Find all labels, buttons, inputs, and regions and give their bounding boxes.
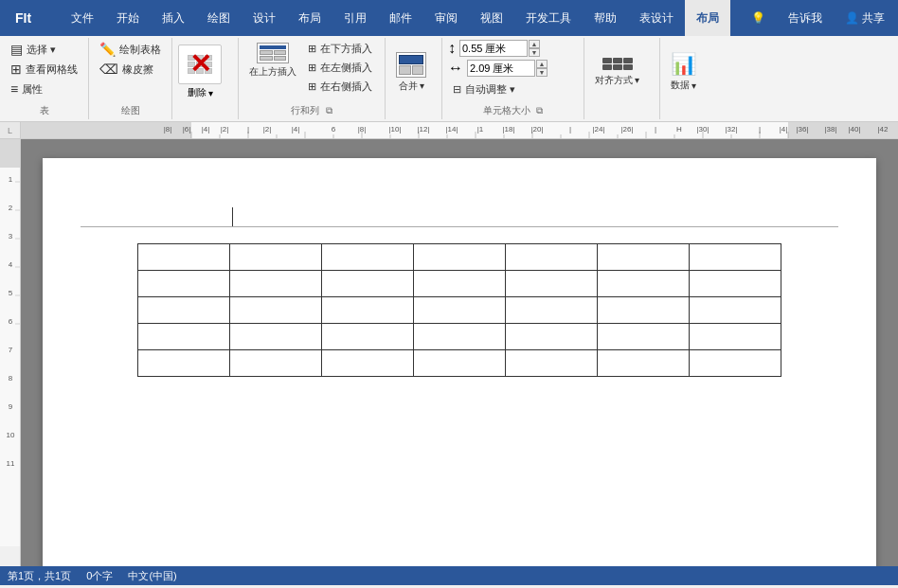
lightbulb-icon[interactable]: 💡 bbox=[745, 9, 771, 27]
height-decrement-button[interactable]: ▼ bbox=[529, 48, 540, 57]
svg-text:11: 11 bbox=[7, 459, 15, 468]
table-cell[interactable] bbox=[322, 297, 414, 324]
table-cell[interactable] bbox=[138, 297, 230, 324]
tab-insert[interactable]: 插入 bbox=[151, 0, 196, 36]
width-decrement-button[interactable]: ▼ bbox=[536, 68, 548, 77]
svg-text:|20|: |20| bbox=[530, 125, 543, 134]
table-cell[interactable] bbox=[414, 244, 506, 271]
svg-text:|1: |1 bbox=[477, 125, 484, 134]
table-cell[interactable] bbox=[598, 244, 690, 271]
table-cell[interactable] bbox=[598, 350, 690, 377]
table-cell[interactable] bbox=[690, 297, 781, 324]
view-gridlines-button[interactable]: ⊞ 查看网格线 bbox=[6, 60, 82, 79]
table-cell[interactable] bbox=[690, 271, 781, 297]
table-cell[interactable] bbox=[506, 271, 598, 297]
tab-reference[interactable]: 引用 bbox=[332, 0, 378, 36]
table-cell[interactable] bbox=[506, 350, 598, 377]
width-input[interactable]: 2.09 厘米 bbox=[467, 60, 535, 77]
table-cell[interactable] bbox=[690, 350, 781, 377]
table-cell[interactable] bbox=[598, 297, 690, 324]
align-button[interactable]: 对齐方式 ▾ bbox=[590, 55, 644, 90]
table-cell[interactable] bbox=[506, 244, 598, 271]
table-cell[interactable] bbox=[230, 271, 322, 297]
table-cell[interactable] bbox=[322, 350, 414, 377]
table-cell[interactable] bbox=[138, 244, 230, 271]
ribbon-group-table: ▤ 选择 ▾ ⊞ 查看网格线 ≡ 属性 表 bbox=[0, 38, 89, 119]
group-data-content: 📊 数据 ▾ bbox=[666, 40, 701, 119]
ribbon-group-rowcol: 在上方插入 ⊞ 在下方插入 ⊞ 在左侧插入 ⊞ bbox=[239, 38, 386, 119]
eraser-label: 橡皮擦 bbox=[122, 62, 153, 77]
cellsize-expand-icon[interactable]: ⧉ bbox=[536, 105, 543, 116]
tab-design[interactable]: 设计 bbox=[242, 0, 287, 36]
ribbon-group-delete: ✕ 删除 ▾ bbox=[172, 38, 239, 119]
tab-layout[interactable]: 布局 bbox=[685, 0, 730, 36]
delete-label[interactable]: 删除 ▾ bbox=[188, 86, 213, 99]
table-cell[interactable] bbox=[414, 350, 506, 377]
table-cell[interactable] bbox=[598, 271, 690, 297]
table-cell[interactable] bbox=[322, 271, 414, 297]
ruler-container: L bbox=[0, 122, 898, 139]
draw-table-button[interactable]: ✏️ 绘制表格 bbox=[95, 40, 166, 59]
merge-button[interactable]: 合并 ▾ bbox=[391, 49, 431, 96]
tab-layout-doc[interactable]: 布局 bbox=[287, 0, 332, 36]
table-container bbox=[81, 243, 838, 377]
svg-text:2: 2 bbox=[9, 204, 13, 212]
delete-x-icon: ✕ bbox=[189, 51, 211, 78]
tell-me-button[interactable]: 告诉我 bbox=[782, 9, 828, 28]
insert-above-button[interactable]: 在上方插入 bbox=[244, 40, 301, 81]
tab-draw[interactable]: 绘图 bbox=[196, 0, 242, 36]
page-area[interactable] bbox=[21, 139, 898, 566]
height-input[interactable]: 0.55 厘米 bbox=[459, 40, 528, 57]
insert-above-icon bbox=[257, 43, 289, 63]
table-cell[interactable] bbox=[138, 350, 230, 377]
table-cell[interactable] bbox=[414, 297, 506, 324]
table-cell[interactable] bbox=[506, 297, 598, 324]
table-cell[interactable] bbox=[230, 244, 322, 271]
row-height-icon: ↕ bbox=[448, 40, 456, 57]
table-cell[interactable] bbox=[690, 244, 781, 271]
insert-below-button[interactable]: ⊞ 在下方插入 bbox=[303, 40, 379, 58]
height-increment-button[interactable]: ▲ bbox=[529, 40, 540, 48]
table-cell[interactable] bbox=[138, 324, 230, 350]
select-button[interactable]: ▤ 选择 ▾ bbox=[6, 40, 82, 59]
document-table[interactable] bbox=[137, 243, 781, 377]
tab-view[interactable]: 视图 bbox=[469, 0, 514, 36]
gridlines-label: 查看网格线 bbox=[26, 62, 78, 77]
auto-adjust-button[interactable]: ⊟ 自动调整 ▾ bbox=[448, 80, 548, 98]
svg-text:|: | bbox=[655, 125, 656, 134]
table-cell[interactable] bbox=[414, 271, 506, 297]
insert-left-button[interactable]: ⊞ 在左侧插入 bbox=[303, 59, 379, 77]
height-value: 0.55 厘米 bbox=[462, 42, 506, 56]
properties-icon: ≡ bbox=[10, 81, 18, 97]
ribbon-group-merge: 合并 ▾ bbox=[386, 38, 442, 119]
width-increment-button[interactable]: ▲ bbox=[536, 60, 548, 68]
insert-right-button[interactable]: ⊞ 在右侧插入 bbox=[303, 78, 379, 96]
tab-review[interactable]: 审阅 bbox=[423, 0, 469, 36]
share-button[interactable]: 👤 共享 bbox=[839, 9, 890, 28]
rowcol-expand-icon[interactable]: ⧉ bbox=[326, 105, 332, 116]
eraser-button[interactable]: ⌫ 橡皮擦 bbox=[95, 60, 166, 79]
delete-button[interactable]: ✕ bbox=[178, 45, 222, 84]
svg-text:|4|: |4| bbox=[780, 125, 788, 134]
table-cell[interactable] bbox=[322, 244, 414, 271]
properties-button[interactable]: ≡ 属性 bbox=[6, 80, 82, 98]
tab-table-design[interactable]: 表设计 bbox=[628, 0, 685, 36]
tab-start[interactable]: 开始 bbox=[105, 0, 151, 36]
tab-help[interactable]: 帮助 bbox=[583, 0, 628, 36]
table-cell[interactable] bbox=[138, 271, 230, 297]
tab-mail[interactable]: 邮件 bbox=[378, 0, 423, 36]
table-cell[interactable] bbox=[690, 324, 781, 350]
table-cell[interactable] bbox=[230, 324, 322, 350]
table-cell[interactable] bbox=[230, 350, 322, 377]
table-cell[interactable] bbox=[322, 324, 414, 350]
table-cell[interactable] bbox=[598, 324, 690, 350]
app-name: FIt bbox=[8, 7, 60, 29]
data-button[interactable]: 📊 数据 ▾ bbox=[666, 49, 701, 95]
table-cell[interactable] bbox=[506, 324, 598, 350]
table-cell[interactable] bbox=[414, 324, 506, 350]
tab-file[interactable]: 文件 bbox=[60, 0, 105, 36]
group-table-title: 表 bbox=[0, 102, 88, 117]
tab-developer[interactable]: 开发工具 bbox=[514, 0, 583, 36]
select-label: 选择 ▾ bbox=[27, 43, 56, 57]
table-cell[interactable] bbox=[230, 297, 322, 324]
